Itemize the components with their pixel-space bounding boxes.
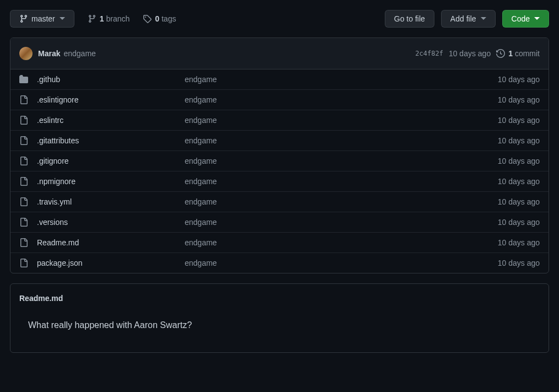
branch-count: 1 bbox=[100, 14, 104, 23]
git-branch-icon bbox=[88, 14, 96, 23]
readme-filename[interactable]: Readme.md bbox=[19, 294, 540, 303]
file-icon bbox=[19, 95, 28, 104]
file-name-link[interactable]: .travis.yml bbox=[37, 197, 72, 206]
commit-meta: 2c4f82f 10 days ago 1 commit bbox=[415, 49, 540, 58]
tag-icon bbox=[143, 14, 152, 23]
file-name-link[interactable]: .eslintignore bbox=[37, 95, 79, 104]
file-time: 10 days ago bbox=[498, 75, 540, 84]
file-name-link[interactable]: .npmignore bbox=[37, 177, 76, 186]
file-listing-box: Marak endgame 2c4f82f 10 days ago 1 comm… bbox=[10, 37, 549, 273]
file-name-link[interactable]: .gitattributes bbox=[37, 136, 79, 145]
file-commit-message[interactable]: endgame bbox=[185, 238, 217, 247]
code-button-label: Code bbox=[512, 14, 530, 23]
file-icon bbox=[19, 136, 28, 145]
file-name-link[interactable]: .versions bbox=[37, 218, 68, 227]
file-row: .eslintignoreendgame10 days ago bbox=[10, 90, 549, 110]
caret-down-icon bbox=[534, 17, 540, 20]
file-icon bbox=[19, 218, 28, 227]
tags-link[interactable]: 0 tags bbox=[143, 14, 176, 23]
file-name-link[interactable]: package.json bbox=[37, 259, 83, 267]
file-row: .gitattributesendgame10 days ago bbox=[10, 131, 549, 151]
file-time: 10 days ago bbox=[498, 177, 540, 186]
file-row: Readme.mdendgame10 days ago bbox=[10, 233, 549, 253]
file-rows-container: .githubendgame10 days ago.eslintignoreen… bbox=[10, 69, 549, 273]
file-icon bbox=[19, 116, 28, 125]
file-time: 10 days ago bbox=[498, 218, 540, 227]
file-time: 10 days ago bbox=[498, 136, 540, 145]
file-name-link[interactable]: .eslintrc bbox=[37, 116, 63, 125]
commit-time: 10 days ago bbox=[449, 49, 491, 58]
repo-toolbar: master 1 branch 0 tags Go to file Add fi… bbox=[10, 10, 549, 28]
tag-count-label: tags bbox=[162, 14, 176, 23]
file-commit-message[interactable]: endgame bbox=[185, 197, 217, 206]
file-commit-message[interactable]: endgame bbox=[185, 157, 217, 165]
latest-commit-header: Marak endgame 2c4f82f 10 days ago 1 comm… bbox=[10, 38, 549, 69]
branch-name: master bbox=[31, 14, 55, 23]
commit-count-label: commit bbox=[515, 49, 540, 58]
file-row: .eslintrcendgame10 days ago bbox=[10, 110, 549, 131]
caret-down-icon bbox=[481, 17, 486, 20]
commit-message[interactable]: endgame bbox=[63, 49, 95, 58]
file-icon bbox=[19, 177, 28, 186]
file-name-link[interactable]: Readme.md bbox=[37, 238, 79, 247]
branches-link[interactable]: 1 branch bbox=[88, 14, 130, 23]
file-time: 10 days ago bbox=[498, 157, 540, 165]
toolbar-right: Go to file Add file Code bbox=[385, 10, 549, 28]
file-commit-message[interactable]: endgame bbox=[185, 177, 217, 186]
code-button[interactable]: Code bbox=[502, 10, 549, 28]
file-commit-message[interactable]: endgame bbox=[185, 259, 217, 267]
file-icon bbox=[19, 157, 28, 165]
branch-selector-button[interactable]: master bbox=[10, 10, 74, 28]
commits-link[interactable]: 1 commit bbox=[496, 49, 540, 58]
file-row: .travis.ymlendgame10 days ago bbox=[10, 192, 549, 212]
file-row: .githubendgame10 days ago bbox=[10, 69, 549, 90]
file-commit-message[interactable]: endgame bbox=[185, 218, 217, 227]
add-file-button[interactable]: Add file bbox=[441, 10, 496, 28]
file-name-link[interactable]: .github bbox=[37, 75, 60, 84]
commit-author[interactable]: Marak bbox=[38, 49, 60, 58]
file-commit-message[interactable]: endgame bbox=[185, 95, 217, 104]
readme-box: Readme.md What really happened with Aaro… bbox=[10, 283, 549, 353]
file-row: .gitignoreendgame10 days ago bbox=[10, 151, 549, 171]
file-time: 10 days ago bbox=[498, 95, 540, 104]
file-name-link[interactable]: .gitignore bbox=[37, 157, 69, 165]
file-time: 10 days ago bbox=[498, 238, 540, 247]
file-time: 10 days ago bbox=[498, 197, 540, 206]
file-icon bbox=[19, 238, 28, 247]
commit-count: 1 bbox=[508, 49, 513, 58]
file-row: .npmignoreendgame10 days ago bbox=[10, 171, 549, 192]
readme-body: What really happened with Aaron Swartz? bbox=[19, 320, 540, 330]
go-to-file-button[interactable]: Go to file bbox=[385, 10, 434, 28]
folder-icon bbox=[19, 75, 28, 84]
caret-down-icon bbox=[60, 17, 65, 20]
file-icon bbox=[19, 197, 28, 206]
file-icon bbox=[19, 259, 28, 267]
tag-count: 0 bbox=[155, 14, 159, 23]
avatar[interactable] bbox=[19, 47, 33, 60]
file-row: package.jsonendgame10 days ago bbox=[10, 253, 549, 273]
history-icon bbox=[496, 49, 505, 58]
branch-count-label: branch bbox=[106, 14, 130, 23]
commit-sha[interactable]: 2c4f82f bbox=[415, 50, 443, 57]
file-time: 10 days ago bbox=[498, 116, 540, 125]
git-branch-icon bbox=[19, 14, 28, 23]
file-time: 10 days ago bbox=[498, 259, 540, 267]
file-commit-message[interactable]: endgame bbox=[185, 116, 217, 125]
file-row: .versionsendgame10 days ago bbox=[10, 212, 549, 233]
add-file-label: Add file bbox=[450, 14, 476, 23]
file-commit-message[interactable]: endgame bbox=[185, 75, 217, 84]
file-commit-message[interactable]: endgame bbox=[185, 136, 217, 145]
